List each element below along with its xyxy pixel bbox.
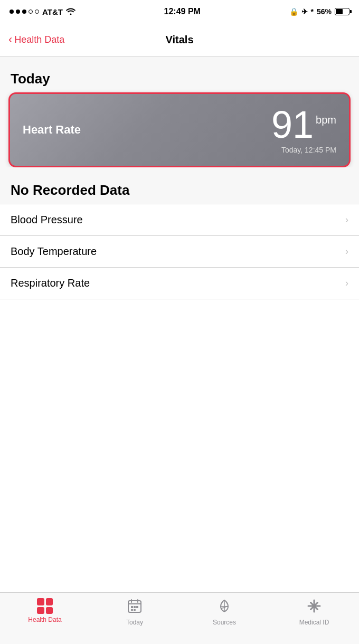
blood-pressure-label: Blood Pressure — [11, 214, 83, 226]
back-button[interactable]: ‹ Health Data — [8, 34, 64, 45]
blood-pressure-item[interactable]: Blood Pressure › — [0, 204, 359, 236]
tab-sources[interactable]: Sources — [180, 598, 269, 626]
signal-dot-4 — [29, 10, 33, 14]
tab-health-data[interactable]: Health Data — [0, 598, 90, 623]
heart-rate-card[interactable]: Heart Rate 91 bpm Today, 12:45 PM — [8, 92, 351, 167]
body-temperature-chevron-icon: › — [345, 246, 348, 257]
status-time: 12:49 PM — [164, 7, 201, 16]
body-temperature-item[interactable]: Body Temperature › — [0, 236, 359, 268]
signal-dot-2 — [16, 10, 20, 14]
grid-cell-1 — [37, 598, 44, 605]
signal-dot-3 — [22, 10, 26, 14]
lock-icon: 🔒 — [289, 7, 298, 16]
tab-medical-id[interactable]: Medical ID — [269, 598, 359, 626]
heart-rate-number: 91 — [271, 106, 314, 144]
signal-dot-5 — [35, 10, 39, 14]
battery-icon — [335, 8, 349, 15]
status-bar: AT&T 12:49 PM 🔒 ✈ * 56% — [0, 0, 359, 23]
bluetooth-icon: * — [311, 7, 314, 16]
page-title: Vitals — [166, 34, 194, 46]
respiratory-rate-item[interactable]: Respiratory Rate › — [0, 268, 359, 299]
nav-bar: ‹ Health Data Vitals — [0, 23, 359, 57]
blood-pressure-chevron-icon: › — [345, 214, 348, 225]
tab-health-data-label: Health Data — [28, 616, 61, 623]
location-icon: ✈ — [301, 7, 308, 16]
heart-rate-reading: 91 bpm — [271, 106, 336, 144]
respiratory-rate-chevron-icon: › — [345, 278, 348, 289]
svg-rect-8 — [134, 609, 136, 611]
battery-fill — [336, 9, 343, 14]
svg-rect-4 — [131, 606, 133, 608]
vitals-list: Blood Pressure › Body Temperature › Resp… — [0, 204, 359, 299]
grid-cell-2 — [46, 598, 53, 605]
grid-cell-3 — [37, 607, 44, 614]
health-data-icon — [37, 598, 53, 614]
svg-rect-5 — [134, 606, 136, 608]
tab-bar: Health Data Today — [0, 592, 359, 644]
tab-medical-id-label: Medical ID — [299, 619, 329, 626]
today-header: Today — [0, 57, 359, 92]
no-data-header: No Recorded Data — [0, 167, 359, 204]
back-chevron-icon: ‹ — [8, 34, 12, 45]
svg-rect-7 — [131, 609, 133, 611]
status-right: 🔒 ✈ * 56% — [289, 7, 349, 16]
today-icon — [127, 598, 143, 617]
tab-today[interactable]: Today — [90, 598, 180, 626]
main-content: Today Heart Rate 91 bpm Today, 12:45 PM … — [0, 57, 359, 299]
wifi-icon — [66, 7, 75, 16]
grid-cell-4 — [46, 607, 53, 614]
heart-rate-timestamp: Today, 12:45 PM — [271, 146, 336, 154]
body-temperature-label: Body Temperature — [11, 245, 97, 258]
heart-rate-value-container: 91 bpm Today, 12:45 PM — [271, 106, 336, 154]
sources-icon — [216, 598, 232, 617]
battery-percentage: 56% — [317, 7, 332, 16]
back-label: Health Data — [14, 34, 64, 45]
tab-today-label: Today — [126, 619, 143, 626]
heart-rate-unit: bpm — [316, 114, 336, 126]
status-left: AT&T — [10, 7, 75, 16]
medical-id-icon — [306, 598, 322, 617]
svg-rect-6 — [136, 606, 138, 608]
signal-dots — [10, 10, 39, 14]
tab-sources-label: Sources — [213, 619, 236, 626]
carrier-label: AT&T — [42, 7, 63, 16]
heart-rate-label: Heart Rate — [23, 123, 81, 137]
respiratory-rate-label: Respiratory Rate — [11, 277, 90, 289]
signal-dot-1 — [10, 10, 14, 14]
